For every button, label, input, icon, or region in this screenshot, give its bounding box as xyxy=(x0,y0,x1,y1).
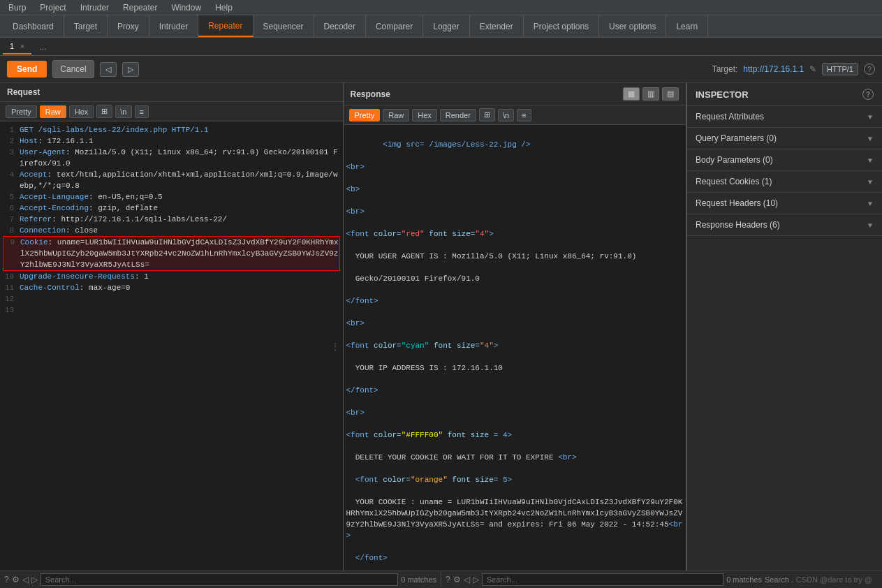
tab-proxy[interactable]: Proxy xyxy=(108,15,149,37)
req-raw-btn[interactable]: Raw xyxy=(40,105,66,118)
tab-learn[interactable]: Learn xyxy=(666,15,708,37)
response-search-input[interactable] xyxy=(482,573,723,586)
req-line-5: 5 Accept-Language: en-US,en;q=0.5 xyxy=(3,191,340,203)
request-matches-count: 0 matches xyxy=(401,575,436,584)
inspector-request-headers[interactable]: Request Headers (10) ▼ xyxy=(687,193,882,214)
req-hex-btn[interactable]: Hex xyxy=(69,105,94,118)
chevron-down-icon: ▼ xyxy=(867,178,874,186)
tab-intruder[interactable]: Intruder xyxy=(149,15,198,37)
req-line-11: 11 Cache-Control: max-age=0 xyxy=(3,282,340,293)
req-line-6: 6 Accept-Encoding: gzip, deflate xyxy=(3,203,340,214)
response-matches-count: 0 matches xyxy=(726,575,762,584)
request-content[interactable]: 1 GET /sqli-labs/Less-22/index.php HTTP/… xyxy=(0,122,343,571)
tab-project-options[interactable]: Project options xyxy=(524,15,599,37)
bottom-settings-icon-right[interactable]: ⚙ xyxy=(453,575,461,585)
repeater-tab-ellipsis[interactable]: ... xyxy=(33,40,53,54)
response-title: Response xyxy=(351,89,390,99)
repeater-tab-1[interactable]: 1 × xyxy=(3,39,31,54)
req-menu-btn[interactable]: ≡ xyxy=(135,105,149,118)
target-info: Target: http://172.16.1.1 ✎ HTTP/1 ? xyxy=(712,63,875,75)
tab-decoder[interactable]: Decoder xyxy=(314,15,366,37)
http-version-badge: HTTP/1 xyxy=(822,63,858,75)
target-url: http://172.16.1.1 xyxy=(743,64,804,74)
view-split-h[interactable]: ▦ xyxy=(623,87,640,101)
bottom-help-icon[interactable]: ? xyxy=(4,575,9,585)
bottom-left-section: ? ⚙ ◁ ▷ 0 matches xyxy=(0,571,441,587)
target-label: Target: xyxy=(712,64,738,74)
tab-user-options[interactable]: User options xyxy=(599,15,666,37)
bottom-back-icon[interactable]: ◁ xyxy=(22,575,29,585)
inspector-title: INSPECTOR xyxy=(696,89,749,100)
tab-target[interactable]: Target xyxy=(64,15,108,37)
resp-pretty-btn[interactable]: Pretty xyxy=(349,109,381,122)
menu-intruder[interactable]: Intruder xyxy=(78,1,112,14)
request-toolbar: Pretty Raw Hex ⊞ \n ≡ xyxy=(0,102,343,122)
inspector-body-params[interactable]: Body Parameters (0) ▼ xyxy=(687,149,882,171)
resp-menu-btn[interactable]: ≡ xyxy=(517,109,531,122)
req-line-2: 2 Host: 172.16.1.1 xyxy=(3,135,340,147)
menu-help[interactable]: Help xyxy=(212,1,235,14)
bottom-back-icon-right[interactable]: ◁ xyxy=(464,575,470,585)
chevron-down-icon: ▼ xyxy=(867,156,874,164)
forward-button[interactable]: ▷ xyxy=(122,62,139,77)
tab-repeater[interactable]: Repeater xyxy=(198,15,253,37)
sub-tab-bar: 1 × ... xyxy=(0,38,882,56)
bottom-forward-icon-right[interactable]: ▷ xyxy=(473,575,479,585)
resp-render-btn[interactable]: Render xyxy=(440,109,476,122)
request-header: Request xyxy=(0,83,343,102)
view-full[interactable]: ▤ xyxy=(662,87,679,101)
inspector-header: INSPECTOR ? xyxy=(687,83,882,106)
req-line-1: 1 GET /sqli-labs/Less-22/index.php HTTP/… xyxy=(3,124,340,135)
tab-extender[interactable]: Extender xyxy=(470,15,524,37)
inspector-request-cookies[interactable]: Request Cookies (1) ▼ xyxy=(687,171,882,193)
menu-burp[interactable]: Burp xyxy=(6,1,29,14)
menu-project[interactable]: Project xyxy=(37,1,68,14)
help-icon[interactable]: ? xyxy=(864,64,875,75)
resp-ln-btn[interactable]: \n xyxy=(498,109,514,122)
search-info: Search . xyxy=(765,575,793,584)
bottom-settings-icon[interactable]: ⚙ xyxy=(12,575,20,585)
req-line-10: 10 Upgrade-Insecure-Requests: 1 xyxy=(3,271,340,282)
request-search-input[interactable] xyxy=(41,573,399,586)
resp-format-icon[interactable]: ⊞ xyxy=(479,108,495,122)
resp-raw-btn[interactable]: Raw xyxy=(383,109,409,122)
response-toolbar: Pretty Raw Hex Render ⊞ \n ≡ xyxy=(344,105,686,125)
req-pretty-btn[interactable]: Pretty xyxy=(6,105,37,118)
chevron-down-icon: ▼ xyxy=(867,221,874,229)
bottom-forward-icon[interactable]: ▷ xyxy=(31,575,38,585)
menu-window[interactable]: Window xyxy=(168,1,204,14)
bottom-right-section: ? ⚙ ◁ ▷ 0 matches Search . CSDN @dare to… xyxy=(441,571,882,587)
send-button[interactable]: Send xyxy=(7,61,47,78)
chevron-down-icon: ▼ xyxy=(867,200,874,207)
main-layout: Request Pretty Raw Hex ⊞ \n ≡ 1 GET /sql… xyxy=(0,83,882,571)
close-tab-1[interactable]: × xyxy=(20,43,24,50)
tab-comparer[interactable]: Comparer xyxy=(366,15,423,37)
menu-bar: Burp Project Intruder Repeater Window He… xyxy=(0,0,882,15)
inspector-help-icon[interactable]: ? xyxy=(862,89,874,100)
inspector-response-headers[interactable]: Response Headers (6) ▼ xyxy=(687,214,882,236)
response-content[interactable]: <img src= /images/Less-22.jpg /> <br> <b… xyxy=(344,125,686,571)
main-tab-bar: Dashboard Target Proxy Intruder Repeater… xyxy=(0,15,882,38)
back-button[interactable]: ◁ xyxy=(100,62,117,77)
tab-logger[interactable]: Logger xyxy=(423,15,469,37)
inspector-query-params[interactable]: Query Parameters (0) ▼ xyxy=(687,128,882,149)
panel-resize-handle[interactable]: ⋮ xyxy=(330,340,340,352)
chevron-down-icon: ▼ xyxy=(867,113,874,121)
inspector-request-attributes[interactable]: Request Attributes ▼ xyxy=(687,106,882,128)
view-split-v[interactable]: ▥ xyxy=(642,87,659,101)
bottom-help-icon-right[interactable]: ? xyxy=(446,575,450,585)
req-format-icon[interactable]: ⊞ xyxy=(96,105,112,118)
response-panel: Response ▦ ▥ ▤ Pretty Raw Hex Render ⊞ \… xyxy=(344,83,687,571)
response-header: Response ▦ ▥ ▤ xyxy=(344,83,686,105)
req-line-4: 4 Accept: text/html,application/xhtml+xm… xyxy=(3,169,340,191)
resp-hex-btn[interactable]: Hex xyxy=(412,109,437,122)
menu-repeater[interactable]: Repeater xyxy=(120,1,160,14)
tab-sequencer[interactable]: Sequencer xyxy=(253,15,314,37)
req-line-3: 3 User-Agent: Mozilla/5.0 (X11; Linux x8… xyxy=(3,147,340,169)
inspector-panel: INSPECTOR ? Request Attributes ▼ Query P… xyxy=(686,83,882,571)
edit-target-icon[interactable]: ✎ xyxy=(809,64,816,74)
req-ln-btn[interactable]: \n xyxy=(115,105,131,118)
req-line-9: 9 Cookie: uname=LUR1bWIiIHVuaW9uIHNlbGVj… xyxy=(3,236,340,271)
tab-dashboard[interactable]: Dashboard xyxy=(3,15,64,37)
cancel-button[interactable]: Cancel xyxy=(52,60,94,78)
